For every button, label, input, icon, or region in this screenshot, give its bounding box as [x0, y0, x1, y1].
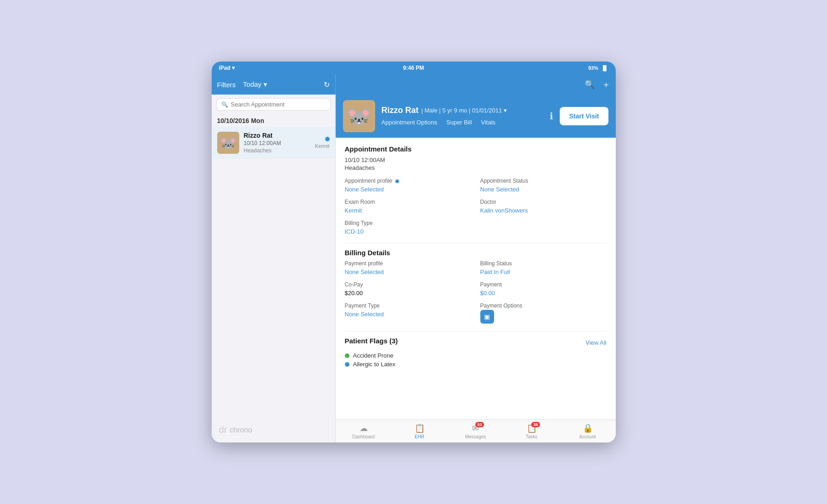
- flag-accident-label: Accident Prone: [353, 352, 394, 359]
- field-copay: Co-Pay $20.00: [345, 281, 471, 297]
- patient-flags-count: (3): [389, 337, 398, 345]
- payment-options-icon[interactable]: ▣: [480, 310, 494, 324]
- appointment-time: 10/10 12:00AM: [244, 140, 310, 146]
- field-payment-type-label: Payment Type: [345, 302, 471, 309]
- status-time: 9:46 PM: [403, 65, 424, 71]
- field-payment-profile: Payment profile None Selected: [345, 260, 471, 276]
- field-copay-value: $20.00: [345, 290, 363, 297]
- tab-vitals[interactable]: Vitals: [481, 119, 496, 127]
- field-payment: Payment $0.00: [480, 281, 607, 297]
- battery-icon: 93%: [588, 65, 598, 71]
- dashboard-icon: ☁: [360, 423, 368, 433]
- search-icon-button[interactable]: 🔍: [585, 79, 595, 90]
- patient-flags-header: Patient Flags (3) View All: [345, 337, 607, 348]
- patient-flags-title: Patient Flags (3): [345, 337, 398, 345]
- nav-messages[interactable]: 53 ✉ Messages: [448, 420, 504, 442]
- field-billing-type-value[interactable]: ICD-10: [345, 228, 364, 235]
- tasks-label: Tasks: [526, 434, 538, 439]
- add-icon-button[interactable]: ＋: [602, 79, 610, 90]
- field-billing-type-label: Billing Type: [345, 220, 471, 226]
- sidebar: 🔍 10/10/2016 Mon 🐭 Rizzo Rat 10/10 12:00…: [212, 95, 336, 442]
- search-input[interactable]: [231, 101, 326, 108]
- search-bar: 🔍: [216, 98, 331, 111]
- field-payment-value[interactable]: $0.00: [480, 290, 495, 297]
- field-doctor: Doctor Kalin vonShowers: [480, 199, 607, 214]
- status-bar: iPad ▾ 9:46 PM 93% ▐▌: [212, 62, 616, 74]
- status-left: iPad ▾: [219, 65, 235, 71]
- account-label: Account: [579, 434, 596, 439]
- appointment-item[interactable]: 🐭 Rizzo Rat 10/10 12:00AM Headaches Kerm…: [212, 127, 335, 159]
- flag-item-accident: Accident Prone: [345, 352, 607, 359]
- search-icon: 🔍: [221, 101, 228, 108]
- account-icon: 🔒: [583, 423, 593, 433]
- appointment-reason: Headaches: [244, 147, 310, 154]
- tasks-badge: 38: [531, 422, 540, 427]
- battery-bar: ▐▌: [601, 65, 608, 71]
- patient-info-header: Rizzo Rat | Male | 5 yr 9 mo | 01/01/201…: [382, 106, 540, 127]
- notification-dot: [325, 137, 330, 141]
- field-payment-profile-value[interactable]: None Selected: [345, 269, 384, 275]
- today-button[interactable]: Today ▾: [243, 80, 267, 89]
- view-all-link[interactable]: View All: [585, 339, 606, 346]
- detail-content: Appointment Details 10/10 12:00AM Headac…: [336, 138, 616, 420]
- appointment-fields-grid: Appointment profile None Selected Appoin…: [345, 178, 607, 235]
- ehr-icon: 📋: [415, 423, 425, 433]
- ehr-label: EHR: [415, 434, 424, 439]
- drchrono-logo: dr chrono: [212, 417, 335, 442]
- info-icon[interactable]: ℹ: [550, 111, 553, 122]
- messages-label: Messages: [465, 434, 486, 439]
- field-appointment-profile-value[interactable]: None Selected: [345, 186, 384, 193]
- date-header: 10/10/2016 Mon: [212, 114, 335, 127]
- nav-dashboard[interactable]: ☁ Dashboard: [336, 420, 392, 442]
- field-exam-room-value[interactable]: Kermit: [345, 207, 362, 214]
- appointment-avatar: 🐭: [217, 132, 239, 154]
- messages-badge: 53: [475, 422, 484, 427]
- tab-appointment-options[interactable]: Appointment Options: [382, 119, 437, 127]
- field-appointment-profile-label: Appointment profile: [345, 178, 471, 184]
- field-exam-room: Exam Room Kermit: [345, 199, 471, 214]
- patient-nav-tabs: Appointment Options Super Bill Vitals: [382, 119, 540, 127]
- billing-fields-grid: Payment profile None Selected Billing St…: [345, 260, 607, 324]
- ipad-frame: iPad ▾ 9:46 PM 93% ▐▌ Filters Today ▾ ↻ …: [212, 62, 616, 442]
- field-copay-label: Co-Pay: [345, 281, 471, 288]
- field-payment-label: Payment: [480, 281, 607, 288]
- field-payment-type-value[interactable]: None Selected: [345, 311, 384, 318]
- field-payment-profile-label: Payment profile: [345, 260, 471, 267]
- start-visit-button[interactable]: Start Visit: [560, 107, 608, 125]
- appointment-meta: Kermit: [315, 137, 330, 149]
- logo-dr-text: dr: [219, 425, 227, 435]
- patient-header: 🐭 Rizzo Rat | Male | 5 yr 9 mo | 01/01/2…: [336, 95, 616, 138]
- refresh-icon[interactable]: ↻: [324, 80, 330, 89]
- field-exam-room-label: Exam Room: [345, 199, 471, 205]
- field-appointment-status-value[interactable]: None Selected: [480, 186, 519, 193]
- field-billing-status-value[interactable]: Paid In Full: [480, 269, 510, 275]
- field-billing-status-label: Billing Status: [480, 260, 607, 267]
- search-bar-wrapper: 🔍: [212, 95, 335, 114]
- appointment-info: Rizzo Rat 10/10 12:00AM Headaches: [244, 132, 310, 154]
- nav-ehr[interactable]: 📋 EHR: [392, 420, 448, 442]
- status-right: 93% ▐▌: [588, 65, 608, 71]
- appointment-chief-complaint: Headaches: [345, 164, 607, 171]
- header-right: 🔍 ＋: [336, 74, 616, 95]
- header-bar: Filters Today ▾ ↻ 🔍 ＋: [212, 74, 616, 95]
- bottom-nav: ☁ Dashboard 📋 EHR 53 ✉ Messages 38 📋 Tas…: [336, 420, 616, 442]
- billing-details-section: Billing Details Payment profile None Sel…: [345, 249, 607, 324]
- appointment-datetime: 10/10 12:00AM: [345, 157, 607, 163]
- field-appointment-profile: Appointment profile None Selected: [345, 178, 471, 193]
- detail-panel: 🐭 Rizzo Rat | Male | 5 yr 9 mo | 01/01/2…: [336, 95, 616, 442]
- filters-button[interactable]: Filters: [217, 81, 236, 89]
- tab-super-bill[interactable]: Super Bill: [446, 119, 472, 127]
- field-payment-type: Payment Type None Selected: [345, 302, 471, 324]
- dashboard-label: Dashboard: [352, 434, 375, 439]
- nav-tasks[interactable]: 38 📋 Tasks: [504, 420, 560, 442]
- nav-account[interactable]: 🔒 Account: [560, 420, 616, 442]
- field-doctor-value[interactable]: Kalin vonShowers: [480, 207, 528, 214]
- field-doctor-label: Doctor: [480, 199, 607, 205]
- field-appointment-status-label: Appointment Status: [480, 178, 607, 184]
- appointment-details-title: Appointment Details: [345, 145, 607, 153]
- rat-avatar-small: 🐭: [217, 132, 239, 154]
- section-divider: [345, 243, 607, 243]
- billing-divider: [345, 331, 607, 331]
- appointment-name: Rizzo Rat: [244, 132, 310, 139]
- payment-options-symbol: ▣: [484, 313, 490, 320]
